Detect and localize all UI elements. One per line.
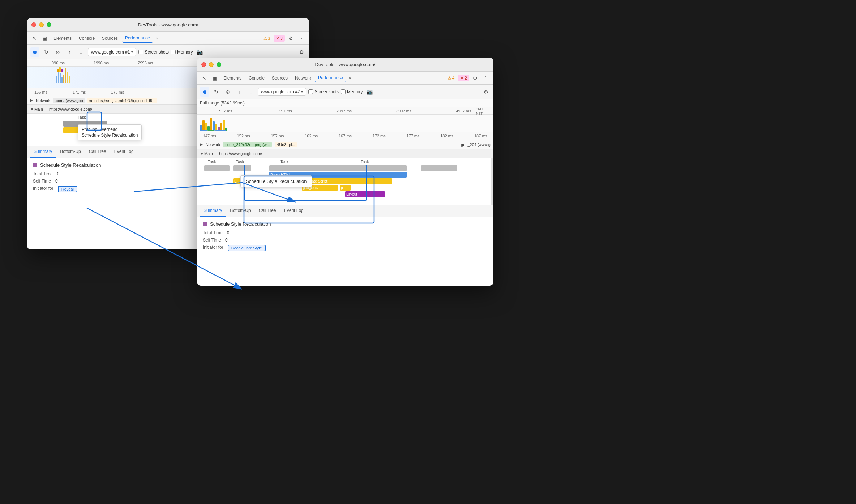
screenshot-btn-1[interactable]: 📷 [195,47,204,57]
task-label-1: Task [78,115,86,119]
network-label-1: Network [36,98,50,103]
window-2: DevTools - www.google.com/ ↖ ▣ Elements … [197,58,493,286]
maximize-button-2[interactable] [217,62,221,67]
tab-performance-2[interactable]: Performance [315,74,346,82]
recalculate-link-2[interactable]: Recalculate Style [228,245,266,251]
settings-icon-1[interactable]: ⚙ [286,34,295,43]
ruler-z-2-6: 172 ms [373,134,386,138]
screenshots-checkbox-1[interactable]: Screenshots [138,50,169,55]
tab-network-2[interactable]: Network [292,74,314,82]
tab-sources-1[interactable]: Sources [99,34,121,42]
settings-toolbar-icon-1[interactable]: ⚙ [297,47,306,57]
url-arrow-1: ▾ [131,50,133,54]
tab-console-2[interactable]: Console [246,74,268,82]
minimize-button-1[interactable] [39,22,44,27]
upload-btn-2[interactable]: ↑ [235,87,244,97]
error-icon-2: ✕ [460,76,464,81]
url-arrow-2: ▾ [301,90,303,94]
download-btn-2[interactable]: ↓ [246,87,256,97]
layout-label: Layout [346,192,357,196]
network-right-2: gen_204 (www.g [461,142,491,147]
error-icon-1: ✕ [276,36,279,41]
tab-summary-2[interactable]: Summary [200,205,226,217]
record-btn-1[interactable]: ⏺ [30,47,39,57]
upload-btn-1[interactable]: ↑ [65,47,74,57]
p-label: p [341,186,343,190]
network-params-1: m=cdos,hsm,jsa,mb4ZUb,d,csi,cEt9... [87,98,157,103]
warning-badge-2: ⚠ 4 [445,75,457,81]
error-badge-1: ✕ 3 [274,35,285,42]
tab-elements-2[interactable]: Elements [221,74,244,82]
task-l-2: Task [236,159,244,164]
download-btn-1[interactable]: ↓ [76,47,86,57]
clear-btn-1[interactable]: ⊘ [53,47,63,57]
url-bar-2[interactable]: www.google.com #2 ▾ [258,88,306,96]
tab-more-2[interactable]: » [347,74,353,82]
main-tracks-2: Task Task Task Task Parse HTML E... Eval… [197,158,493,205]
summary-title-row-2: Schedule Style Recalculation [203,221,488,227]
ruler-z-2-2: 152 ms [237,134,250,138]
ruler-z-2-9: 187 ms [474,134,487,138]
tooltip-item-1: Profiling Overhead [82,127,138,132]
error-badge-2: ✕ 2 [458,75,469,81]
record-btn-2[interactable]: ⏺ [200,87,209,97]
screenshots-checkbox-2[interactable]: Screenshots [308,89,339,94]
toolbar-1: ⏺ ↻ ⊘ ↑ ↓ www.google.com #1 ▾ Screenshot… [27,45,309,59]
tab-performance-1[interactable]: Performance [122,34,153,43]
more-icon-1[interactable]: ⋮ [297,34,306,43]
settings-toolbar-icon-2[interactable]: ⚙ [481,87,491,97]
screenshot-btn-2[interactable]: 📷 [365,87,374,97]
e-label: E... [234,179,240,183]
reload-btn-2[interactable]: ↻ [211,87,221,97]
tab-bottomup-2[interactable]: Bottom-Up [226,205,254,217]
more-icon-2[interactable]: ⋮ [481,74,491,82]
tab-eventlog-1[interactable]: Event Log [111,146,137,158]
memory-input-2[interactable] [341,89,346,94]
tab-summary-1[interactable]: Summary [30,146,56,158]
url-bar-1[interactable]: www.google.com #1 ▾ [88,48,136,56]
reload-btn-1[interactable]: ↻ [42,47,51,57]
tab-bottomup-1[interactable]: Bottom-Up [56,146,84,158]
clear-btn-2[interactable]: ⊘ [223,87,232,97]
memory-checkbox-2[interactable]: Memory [341,89,363,94]
tab-calltree-1[interactable]: Call Tree [85,146,110,158]
settings-icon-2[interactable]: ⚙ [471,74,480,82]
tab-calltree-2[interactable]: Call Tree [255,205,280,217]
task-gray-2-4 [421,165,457,171]
memory-checkbox-1[interactable]: Memory [171,50,193,55]
reveal-link-1[interactable]: Reveal [58,186,77,192]
frame-icon-2[interactable]: ▣ [210,74,219,82]
tab-sources-2[interactable]: Sources [269,74,291,82]
network-params-2: NUn3,qd... [275,142,297,147]
minimize-button-2[interactable] [209,62,214,67]
initiator-row-2: Initiator for Recalculate Style [203,245,488,251]
task-l-1: Task [208,159,216,164]
ruler-z-2-7: 177 ms [406,134,419,138]
screenshots-input-2[interactable] [308,89,313,94]
total-time-value-1: 0 [57,171,60,176]
tab-elements-1[interactable]: Elements [51,34,74,42]
maximize-button-1[interactable] [47,22,51,27]
memory-input-1[interactable] [171,50,176,54]
p-bar: p [340,185,351,191]
close-button-1[interactable] [31,22,36,27]
scrollbar-2[interactable] [491,158,493,205]
tab-console-1[interactable]: Console [76,34,98,42]
network-file-2: color_272x92dp.png (w... [223,142,272,147]
close-button-2[interactable] [201,62,206,67]
swatch-1 [33,163,37,167]
frame-icon-1[interactable]: ▣ [40,34,49,43]
task-gray-2-3 [269,165,407,171]
cursor-icon-2[interactable]: ↖ [200,74,209,82]
tab-eventlog-2[interactable]: Event Log [281,205,307,217]
warning-count-2: 4 [452,76,455,81]
summary-content-2: Schedule Style Recalculation Total Time … [197,217,493,258]
tab-more-1[interactable]: » [154,34,160,42]
ruler-top-2: 997 ms 1997 ms 2997 ms 3997 ms 4997 ms [197,107,493,115]
main-arrow-1: ▼ [30,107,34,111]
screenshots-input-1[interactable] [138,50,143,54]
ruler-mark-1-2: 1996 ms [94,61,109,65]
cursor-icon-1[interactable]: ↖ [30,34,39,43]
main-thread-header-2: ▼ Main — https://www.google.com/ [197,149,493,158]
ruler-z-1-2: 171 ms [73,90,86,94]
